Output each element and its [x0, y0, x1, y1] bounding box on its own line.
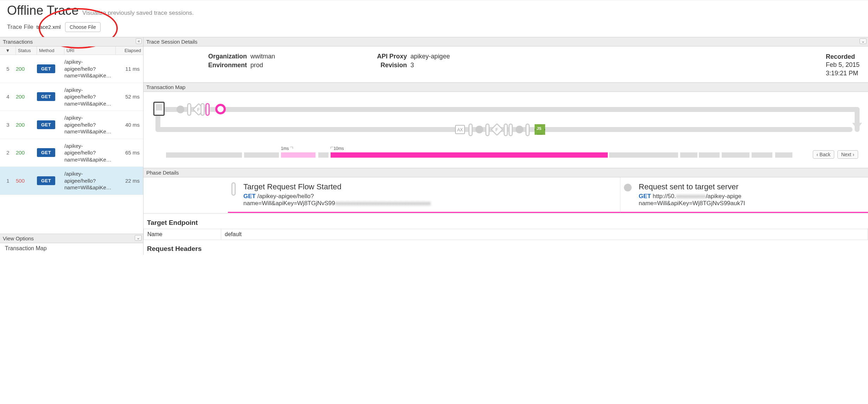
phase-request-sent[interactable]: Request sent to target server GET http:/…	[620, 177, 868, 213]
txn-elapsed: 22 ms	[116, 178, 143, 184]
flow-node[interactable]	[485, 124, 490, 136]
endpoint-name-value: default	[221, 229, 245, 240]
ax-node[interactable]: AX	[455, 125, 465, 134]
page-title: Offline Trace	[7, 3, 78, 18]
txn-uri: /apikey-apigee/hello?name=Will&apiKe…	[64, 143, 116, 163]
timing-segment[interactable]	[722, 152, 749, 158]
trace-file-label: Trace File	[7, 24, 33, 30]
rev-key: Revision	[377, 62, 407, 69]
recorded-key: Recorded	[826, 53, 860, 61]
phase-c-path-a: http://50.	[651, 193, 676, 200]
method-badge: GET	[37, 92, 55, 101]
request-headers-header: Request Headers	[143, 240, 868, 255]
phase-b-line2: name=Will&apiKey=Wj8TGjNvS99	[243, 200, 335, 207]
target-endpoint-header: Target Endpoint	[143, 214, 868, 229]
flow-node[interactable]	[509, 124, 513, 136]
choose-file-button[interactable]: Choose File	[65, 22, 101, 32]
transaction-row[interactable]: 4200GET/apikey-apigee/hello?name=Will&ap…	[0, 83, 143, 111]
timing-segment[interactable]	[680, 152, 697, 158]
txn-index: 5	[0, 66, 16, 72]
phase-c-title: Request sent to target server	[639, 182, 862, 191]
col-index[interactable]: ▼	[0, 46, 16, 55]
col-method[interactable]: Method	[37, 46, 64, 55]
flow-node[interactable]	[200, 103, 205, 116]
transactions-columns: ▼ Status Method URI Elapsed	[0, 46, 143, 55]
timing-segment[interactable]	[752, 152, 772, 158]
phase-c-path-b: /apikey-apige	[706, 193, 741, 200]
flow-condition-node[interactable]: F	[491, 123, 504, 136]
col-elapsed[interactable]: Elapsed	[116, 46, 143, 55]
flow-node[interactable]	[468, 124, 473, 136]
flow-node[interactable]	[187, 103, 191, 116]
flow-node-active[interactable]	[205, 103, 210, 116]
txn-index: 3	[0, 122, 16, 128]
phase-b-path: /apikey-apigee/hello?	[256, 193, 314, 200]
txn-uri: /apikey-apigee/hello?name=Will&apiKe…	[64, 87, 116, 107]
timing-segment[interactable]	[166, 152, 242, 158]
transactions-header-label: Transactions	[3, 39, 33, 45]
phase-details-header: Phase Details	[143, 168, 868, 177]
view-options-toggle[interactable]: ⌄	[135, 235, 142, 241]
txn-status: 200	[16, 150, 25, 156]
transaction-row[interactable]: 1500GET/apikey-apigee/hello?name=Will&ap…	[0, 167, 143, 195]
js-label: JS	[537, 126, 541, 131]
txn-uri: /apikey-apigee/hello?name=Will&apiKe…	[64, 58, 116, 79]
flow-node[interactable]	[516, 126, 523, 133]
session-details-header: Trace Session Details ⌄	[143, 37, 868, 46]
redacted-text: xxxxxxxxxx	[676, 193, 706, 200]
timing-segment[interactable]	[318, 152, 329, 158]
session-details-toggle[interactable]: ⌄	[860, 38, 867, 44]
transaction-map-header: Transaction Map	[143, 82, 868, 92]
timing-segment[interactable]	[609, 152, 678, 158]
txn-index: 2	[0, 150, 16, 156]
time-label-1ms: 1ms	[281, 146, 293, 151]
timing-segment[interactable]	[244, 152, 279, 158]
flow-node[interactable]	[476, 126, 483, 133]
phase-c-method: GET	[639, 193, 651, 200]
page-subtitle: Visualize previously saved trace session…	[82, 10, 194, 16]
proxy-key: API Proxy	[377, 53, 407, 60]
endpoint-name-key: Name	[144, 229, 221, 240]
transaction-row[interactable]: 2200GET/apikey-apigee/hello?name=Will&ap…	[0, 139, 143, 167]
flow-node[interactable]	[504, 124, 508, 136]
env-value: prod	[250, 62, 275, 69]
transaction-row[interactable]: 3200GET/apikey-apigee/hello?name=Will&ap…	[0, 111, 143, 139]
txn-status: 200	[16, 122, 25, 128]
env-key: Environment	[208, 62, 247, 69]
org-key: Organization	[208, 53, 247, 60]
flow-node[interactable]	[525, 124, 530, 136]
flow-node-selected[interactable]	[215, 104, 226, 114]
phase-spacer	[143, 177, 228, 213]
session-details-label: Trace Session Details	[146, 39, 197, 45]
transactions-header: Transactions «	[0, 37, 143, 46]
client-icon[interactable]	[153, 102, 165, 116]
timing-segment[interactable]	[331, 152, 607, 158]
txn-elapsed: 40 ms	[116, 122, 143, 128]
next-button[interactable]: Next ›	[837, 150, 858, 159]
phase-target-request-started[interactable]: Target Request Flow Started GET /apikey-…	[228, 177, 620, 213]
back-button[interactable]: ‹ Back	[813, 150, 835, 159]
timing-segment[interactable]	[281, 152, 315, 158]
transaction-row[interactable]: 5200GET/apikey-apigee/hello?name=Will&ap…	[0, 55, 143, 83]
col-uri[interactable]: URI	[64, 46, 116, 55]
timing-segment[interactable]	[775, 152, 792, 158]
txn-status: 200	[16, 66, 25, 72]
txn-uri: /apikey-apigee/hello?name=Will&apiKe…	[64, 170, 116, 191]
txn-status: 200	[16, 94, 25, 100]
col-status[interactable]: Status	[16, 46, 37, 55]
flow-node[interactable]	[177, 106, 184, 113]
view-options-header[interactable]: View Options ⌄	[0, 234, 143, 243]
time-label-10ms: 10ms	[331, 146, 344, 151]
flow-arrow-down-icon	[852, 123, 862, 129]
view-options-label: View Options	[3, 235, 34, 241]
view-option-transaction-map[interactable]: Transaction Map	[0, 243, 143, 254]
timing-segment[interactable]	[699, 152, 720, 158]
recorded-time: 3:19:21 PM	[826, 69, 860, 77]
transaction-map-canvas: F AX F JS	[148, 98, 863, 140]
phase-b-title: Target Request Flow Started	[243, 182, 614, 191]
collapse-left-button[interactable]: «	[136, 38, 142, 44]
phase-pill-icon	[231, 182, 236, 196]
phase-dot-icon	[624, 184, 632, 191]
nodejs-target-icon[interactable]: JS	[535, 124, 545, 135]
txn-uri: /apikey-apigee/hello?name=Will&apiKe…	[64, 114, 116, 135]
